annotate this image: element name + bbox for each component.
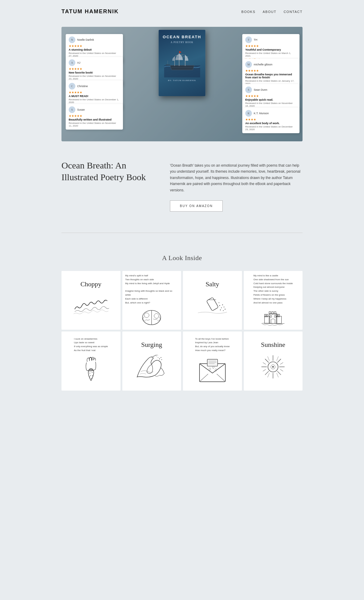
sunshine-illustration bbox=[255, 351, 291, 381]
look-inside-title: A Look Inside bbox=[61, 254, 303, 262]
svg-line-55 bbox=[265, 371, 269, 375]
reviewer-name-8: K.T. Munson bbox=[254, 112, 269, 115]
castle-illustration bbox=[255, 307, 291, 327]
svg-line-63 bbox=[268, 373, 269, 377]
reviewer-avatar-7: S bbox=[245, 86, 252, 93]
svg-point-37 bbox=[89, 376, 90, 377]
review-stars-5: ★★★★★ bbox=[245, 44, 297, 48]
review-title-1: A stunning debut! bbox=[69, 48, 120, 51]
svg-point-15 bbox=[222, 304, 223, 305]
gallery-cell-salty-text: My mind is like a castleOne side shadowe… bbox=[244, 271, 303, 330]
review-title-2: New favorite book! bbox=[69, 71, 120, 74]
svg-point-42 bbox=[162, 359, 162, 360]
gallery-cell-salty: Salty bbox=[183, 271, 242, 330]
svg-point-19 bbox=[224, 309, 225, 309]
book-cover: OCEAN BREATH A POETRY BOOK bbox=[159, 30, 206, 96]
review-stars-3: ★★★★★ bbox=[69, 91, 120, 94]
envelope-illustration bbox=[194, 355, 231, 385]
svg-line-53 bbox=[265, 359, 269, 363]
nav-about[interactable]: ABOUT bbox=[263, 10, 276, 14]
review-date-1: Reviewed in the United States on Novembe… bbox=[69, 52, 120, 57]
buy-on-amazon-button[interactable]: BUY ON AMAZON bbox=[170, 200, 223, 212]
svg-line-64 bbox=[277, 373, 278, 377]
choppy-illustration bbox=[73, 291, 109, 321]
poem-title-sunshine: Sunshine bbox=[261, 341, 285, 349]
review-title-8: An excellent body of work. bbox=[245, 122, 297, 125]
book-desc-left: Ocean Breath: An Illustrated Poetry Book bbox=[61, 159, 158, 183]
review-stars-6: ★★★★★ bbox=[245, 69, 297, 72]
reviewer-name-2: AJ bbox=[77, 61, 80, 64]
svg-point-40 bbox=[161, 357, 161, 358]
review-card-8: K K.T. Munson ★★★★ An excellent body of … bbox=[242, 108, 300, 133]
reviewer-avatar-4: S bbox=[69, 106, 75, 113]
poem-title-choppy: Choppy bbox=[80, 280, 102, 288]
reviewer-avatar-1: N bbox=[69, 36, 75, 43]
review-stars-7: ★★★★★ bbox=[245, 94, 297, 98]
review-title-7: Enjoyable quick read. bbox=[245, 98, 297, 101]
book-description-section: Ocean Breath: An Illustrated Poetry Book… bbox=[61, 141, 303, 224]
reviewer-name-5: TH bbox=[254, 38, 257, 41]
reviewer-avatar-8: K bbox=[245, 110, 252, 117]
site-title: TATUM HAMERNIK bbox=[61, 8, 119, 15]
review-title-6: Ocean Breathe keeps you immersed from st… bbox=[245, 73, 297, 79]
svg-rect-22 bbox=[269, 312, 271, 315]
review-stars-2: ★★★★★ bbox=[69, 67, 120, 71]
nav-books[interactable]: BOOKS bbox=[241, 10, 256, 14]
reviewer-avatar-2: A bbox=[69, 59, 75, 66]
reviewer-avatar-5: T bbox=[245, 36, 252, 43]
book-cover-author: BY: TATUM HAMERNIK bbox=[168, 79, 196, 82]
svg-line-62 bbox=[277, 357, 278, 361]
review-stars-8: ★★★★ bbox=[245, 118, 297, 121]
main-nav: BOOKS ABOUT CONTACT bbox=[241, 10, 303, 14]
svg-point-66 bbox=[272, 366, 274, 368]
reviewer-name-6: michelle gibson bbox=[254, 63, 272, 66]
gallery-cell-surging: Surging bbox=[122, 331, 181, 391]
svg-point-16 bbox=[224, 306, 224, 307]
svg-point-17 bbox=[220, 309, 221, 310]
svg-rect-32 bbox=[275, 316, 276, 317]
review-title-4: Beautifully written and illustrated bbox=[69, 118, 120, 121]
gallery-cell-poem5: I suck on strawberriesLips taste so swee… bbox=[61, 331, 121, 391]
gallery-cell-choppy: Choppy bbox=[61, 271, 121, 330]
svg-line-61 bbox=[268, 357, 269, 361]
review-date-4: Reviewed in the United States on Novembe… bbox=[69, 122, 120, 127]
svg-rect-30 bbox=[278, 314, 280, 317]
svg-rect-21 bbox=[269, 314, 277, 324]
poem5-text: I suck on strawberriesLips taste so swee… bbox=[74, 337, 108, 353]
gallery-cell-poem7: To all the boys I've loved beforeInspire… bbox=[183, 331, 242, 391]
gallery-cell-choppy-text: My mind's split in halfTwo thoughts on e… bbox=[122, 271, 181, 330]
svg-point-18 bbox=[223, 310, 224, 311]
svg-point-41 bbox=[158, 357, 158, 358]
review-card-4: S Susan ★★★★★ Beautifully written and il… bbox=[66, 104, 123, 130]
svg-rect-44 bbox=[207, 359, 218, 366]
review-date-8: Reviewed in the United States on Decembe… bbox=[245, 125, 297, 131]
svg-rect-24 bbox=[275, 312, 276, 315]
book-desc-right: 'Ocean Breath' takes you on an emotional… bbox=[170, 159, 303, 212]
svg-point-13 bbox=[219, 305, 220, 306]
nav-contact[interactable]: CONTACT bbox=[284, 10, 303, 14]
review-title-3: A MUST READ! bbox=[69, 95, 120, 98]
hero-banner: OCEAN BREATH A POETRY BOOK bbox=[61, 27, 303, 141]
strawberry-illustration bbox=[73, 355, 109, 385]
section-divider bbox=[61, 233, 303, 233]
brain-illustration bbox=[133, 307, 170, 327]
svg-line-59 bbox=[263, 369, 266, 371]
svg-point-38 bbox=[92, 375, 93, 376]
svg-point-36 bbox=[91, 378, 92, 379]
review-date-2: Reviewed in the United States on Novembe… bbox=[69, 75, 120, 80]
review-date-3: Reviewed in the United States on Decembe… bbox=[69, 98, 120, 104]
reviewer-avatar-6: M bbox=[245, 61, 252, 68]
site-header: TATUM HAMERNIK BOOKS ABOUT CONTACT bbox=[61, 0, 303, 21]
svg-rect-23 bbox=[272, 312, 273, 315]
reviewer-avatar-3: C bbox=[69, 83, 75, 90]
poem-title-salty: Salty bbox=[206, 280, 219, 288]
svg-line-60 bbox=[280, 369, 283, 371]
svg-rect-27 bbox=[267, 314, 268, 317]
gallery-grid: Choppy My mind's split in halfTwo though… bbox=[61, 271, 303, 391]
book-desc-title: Ocean Breath: An Illustrated Poetry Book bbox=[61, 159, 158, 183]
review-title-5: Youthful and Contemporary bbox=[245, 48, 297, 51]
svg-point-20 bbox=[218, 302, 219, 303]
reviewer-name-7: Sean Dunn bbox=[254, 88, 267, 91]
gallery-cell-sunshine: Sunshine bbox=[244, 331, 303, 391]
surging-illustration bbox=[133, 351, 170, 381]
